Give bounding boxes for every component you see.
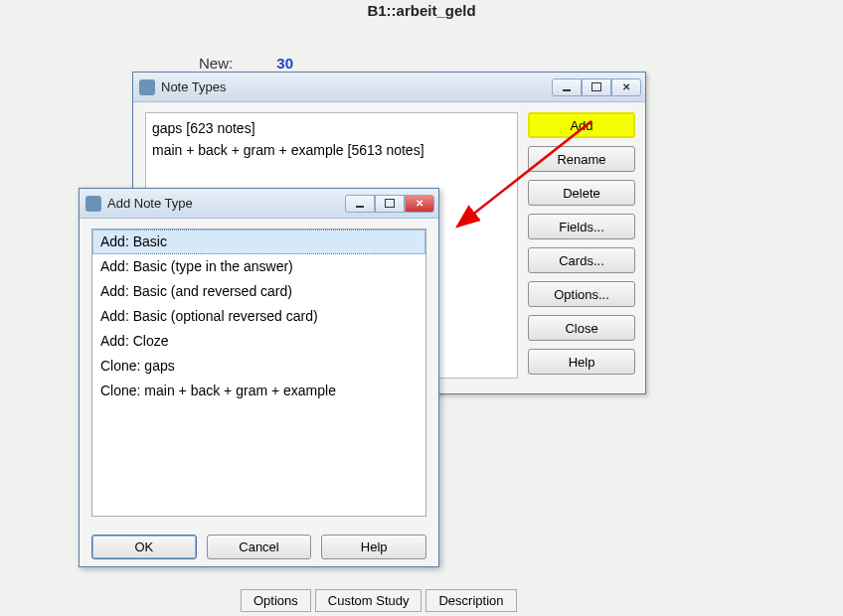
- list-item[interactable]: gaps [623 notes]: [152, 117, 511, 139]
- list-item[interactable]: Add: Cloze: [92, 329, 425, 354]
- maximize-icon[interactable]: [582, 78, 611, 96]
- close-icon[interactable]: [405, 195, 434, 213]
- minimize-icon[interactable]: [345, 195, 375, 213]
- new-label: New:: [199, 55, 233, 72]
- close-icon[interactable]: [611, 78, 641, 96]
- rename-button[interactable]: Rename: [528, 146, 635, 172]
- note-types-title: Note Types: [161, 79, 552, 94]
- add-note-type-list[interactable]: Add: Basic Add: Basic (type in the answe…: [91, 229, 426, 517]
- add-button[interactable]: Add: [528, 112, 635, 138]
- list-item[interactable]: Add: Basic: [92, 230, 425, 254]
- anki-app-icon: [139, 79, 155, 95]
- cancel-button[interactable]: Cancel: [207, 535, 312, 559]
- new-count: 30: [276, 55, 293, 72]
- list-item[interactable]: Add: Basic (type in the answer): [92, 254, 425, 279]
- description-button[interactable]: Description: [425, 589, 516, 612]
- add-note-type-title: Add Note Type: [107, 196, 345, 211]
- help-button[interactable]: Help: [528, 349, 635, 375]
- list-item[interactable]: Clone: gaps: [92, 354, 425, 379]
- fields-button[interactable]: Fields...: [528, 214, 635, 239]
- custom-study-button[interactable]: Custom Study: [315, 589, 422, 612]
- deck-bottom-buttons: Options Custom Study Description: [241, 589, 517, 612]
- anki-app-icon: [85, 196, 101, 212]
- deck-title: B1::arbeit_geld: [0, 2, 843, 19]
- maximize-icon[interactable]: [375, 195, 405, 213]
- list-item[interactable]: main + back + gram + example [5613 notes…: [152, 139, 511, 161]
- add-note-type-dialog: Add Note Type Add: Basic Add: Basic (typ…: [79, 188, 439, 567]
- stats-row: New: 30: [199, 55, 293, 72]
- delete-button[interactable]: Delete: [528, 180, 635, 206]
- list-item[interactable]: Add: Basic (and reversed card): [92, 279, 425, 304]
- note-types-titlebar[interactable]: Note Types: [133, 73, 645, 102]
- list-item[interactable]: Clone: main + back + gram + example: [92, 379, 425, 403]
- minimize-icon[interactable]: [552, 78, 582, 96]
- add-note-type-titlebar[interactable]: Add Note Type: [80, 189, 438, 219]
- options-button[interactable]: Options...: [528, 281, 635, 307]
- close-button[interactable]: Close: [528, 315, 635, 341]
- help-button[interactable]: Help: [321, 535, 426, 559]
- options-button[interactable]: Options: [241, 589, 311, 612]
- cards-button[interactable]: Cards...: [528, 247, 635, 273]
- list-item[interactable]: Add: Basic (optional reversed card): [92, 304, 425, 329]
- ok-button[interactable]: OK: [91, 535, 197, 559]
